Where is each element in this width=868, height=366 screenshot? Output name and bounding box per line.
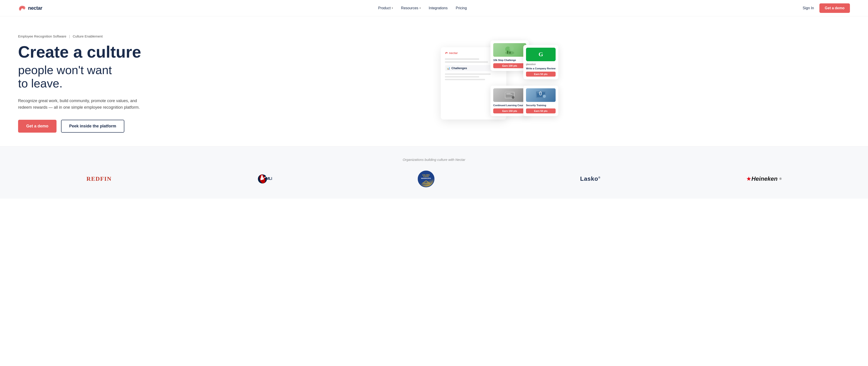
mlb-logo-svg: MLB (257, 174, 272, 184)
nav-link-product[interactable]: Product ▾ (378, 6, 393, 10)
warriors-logo-circle: GOLDEN STATE WARRIORS (418, 171, 434, 187)
heineken-star-icon: ★ (746, 175, 751, 182)
steps-img (493, 43, 526, 57)
challenge-card-glassdoor: G glassdoor Write a Company Review Earn … (523, 45, 558, 79)
breadcrumb-separator: | (69, 34, 71, 38)
logos-tagline: Organizations building culture with Nect… (18, 158, 850, 162)
app-more-lines (445, 73, 502, 80)
svg-rect-8 (506, 94, 513, 94)
hero-subheading: people won't want to leave. (18, 64, 149, 91)
hero-description: Recognize great work, build community, p… (18, 98, 149, 111)
breadcrumb: Employee Recognition Software | Culture … (18, 34, 149, 38)
nav-link-pricing[interactable]: Pricing (456, 6, 467, 10)
svg-point-13 (543, 95, 546, 98)
learning-img (493, 88, 526, 102)
svg-point-9 (512, 96, 515, 99)
security-earn-btn: Earn 50 pts (526, 108, 556, 113)
peek-platform-button[interactable]: Peek inside the platform (61, 120, 124, 133)
nav-link-resources[interactable]: Resources ▾ (401, 6, 421, 10)
hero-heading: Create a culture (18, 44, 149, 61)
nectar-logo-icon (18, 5, 26, 11)
logo-redfin: REDFIN (86, 175, 112, 182)
sign-in-button[interactable]: Sign In (803, 6, 814, 10)
learning-card-title: Continued Learning Course (493, 104, 526, 107)
svg-rect-7 (506, 93, 510, 94)
svg-point-18 (261, 175, 263, 177)
lasko-logo-text: Lasko® (580, 175, 600, 182)
glassdoor-img: G (526, 48, 556, 61)
nav-right: Sign In Get a demo (803, 3, 850, 13)
nav-logo[interactable]: nectar (18, 5, 42, 11)
get-demo-hero-button[interactable]: Get a demo (18, 120, 57, 133)
svg-rect-4 (509, 52, 510, 54)
nav-item-resources[interactable]: Resources ▾ (401, 6, 421, 10)
nav-item-pricing[interactable]: Pricing (456, 6, 467, 10)
svg-point-2 (509, 46, 514, 51)
logos-row: REDFIN MLB GOLDEN STATE WARRIO (18, 171, 850, 187)
learning-earn-btn: Earn 150 pts (493, 108, 526, 113)
logo-heineken: ★ Heineken® (746, 175, 781, 182)
nav-links: Product ▾ Resources ▾ Integrations Prici… (378, 6, 467, 10)
glassdoor-card-title: Write a Company Review (526, 67, 556, 70)
heineken-logo-text: Heineken® (751, 175, 781, 182)
nav-logo-text: nectar (28, 5, 42, 11)
chevron-down-icon: ▾ (392, 7, 393, 9)
nav-item-integrations[interactable]: Integrations (429, 6, 448, 10)
step-card-title: 10k Step Challenge (493, 59, 526, 62)
security-card-title: Security Training (526, 104, 556, 107)
svg-rect-3 (507, 51, 508, 54)
logo-lasko: Lasko® (580, 175, 600, 182)
chevron-down-icon: ▾ (420, 7, 421, 9)
step-earn-btn: Earn 100 pts (493, 63, 526, 68)
nav-link-integrations[interactable]: Integrations (429, 6, 448, 10)
hero-section: Employee Recognition Software | Culture … (0, 16, 868, 146)
nav-item-product[interactable]: Product ▾ (378, 6, 393, 10)
hero-left: Employee Recognition Software | Culture … (18, 34, 149, 133)
hero-right: nectar 📊 Challenges (149, 36, 850, 131)
breadcrumb-part1: Employee Recognition Software (18, 34, 66, 38)
challenges-icon: 📊 (447, 67, 450, 70)
logo-warriors: GOLDEN STATE WARRIORS (418, 171, 434, 187)
get-demo-nav-button[interactable]: Get a demo (819, 3, 850, 13)
challenges-label: Challenges (452, 66, 467, 70)
hero-buttons: Get a demo Peek inside the platform (18, 120, 149, 133)
navbar: nectar Product ▾ Resources ▾ Integration… (0, 0, 868, 16)
security-img (526, 88, 556, 102)
challenge-card-security: Security Training Earn 50 pts (523, 86, 558, 116)
logo-mlb: MLB (257, 174, 272, 184)
breadcrumb-part2: Culture Enablement (73, 34, 103, 38)
glassdoor-earn-btn: Earn 50 pts (526, 72, 556, 76)
svg-text:MLB: MLB (266, 177, 272, 180)
redfin-logo-text: REDFIN (86, 175, 112, 182)
platform-mockup: nectar 📊 Challenges (441, 40, 558, 126)
nectar-app-logo: nectar (445, 51, 458, 55)
logos-section: Organizations building culture with Nect… (0, 146, 868, 199)
